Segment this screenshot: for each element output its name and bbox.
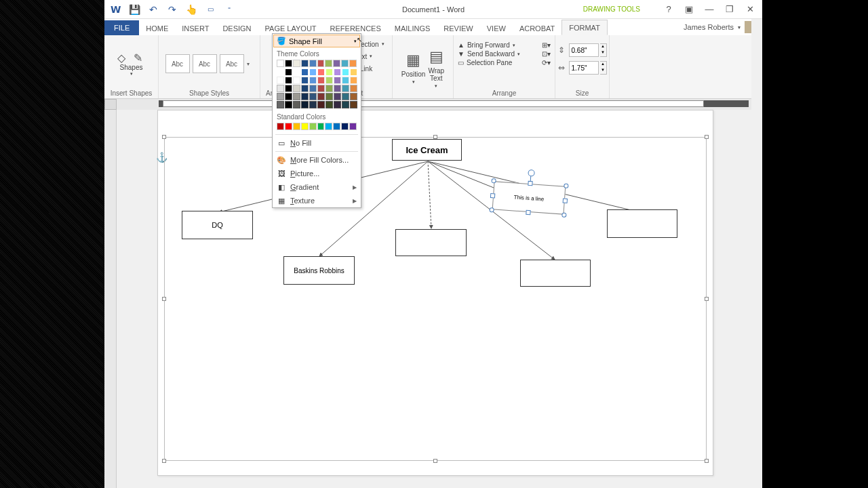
color-swatch[interactable]	[342, 85, 349, 92]
picture-item[interactable]: 🖼 Picture...	[273, 167, 361, 180]
group-button[interactable]: ⊡▾	[542, 50, 551, 58]
color-swatch[interactable]	[334, 77, 341, 84]
shape-empty-3[interactable]	[607, 209, 677, 238]
color-swatch[interactable]	[293, 123, 300, 130]
color-swatch[interactable]	[325, 123, 332, 130]
color-swatch[interactable]	[301, 60, 309, 67]
height-spinner[interactable]: ▲▼	[600, 43, 607, 57]
color-swatch[interactable]	[342, 77, 349, 84]
color-swatch[interactable]	[277, 85, 284, 92]
color-swatch[interactable]	[293, 68, 300, 76]
color-swatch[interactable]	[342, 68, 349, 76]
color-swatch[interactable]	[326, 101, 333, 108]
texture-item[interactable]: ▦ Texture ▶	[273, 194, 361, 207]
tab-design[interactable]: DESIGN	[216, 21, 258, 35]
user-account[interactable]: James Roberts ▾	[684, 21, 757, 33]
color-swatch[interactable]	[334, 93, 341, 100]
color-swatch[interactable]	[325, 60, 332, 67]
redo-icon[interactable]: ↷	[167, 4, 178, 15]
color-swatch[interactable]	[309, 123, 317, 130]
color-swatch[interactable]	[317, 77, 325, 84]
style-preset-3[interactable]: Abc	[220, 54, 244, 73]
drawing-canvas[interactable]: Ice Cream DQ Baskins Robbins This is a l…	[164, 137, 707, 461]
color-swatch[interactable]	[293, 101, 300, 108]
height-input[interactable]: 0.68"	[569, 43, 599, 57]
color-swatch[interactable]	[309, 101, 317, 108]
color-swatch[interactable]	[326, 77, 333, 84]
tab-format[interactable]: FORMAT	[561, 20, 608, 35]
color-swatch[interactable]	[350, 85, 357, 92]
color-swatch[interactable]	[342, 93, 349, 100]
tab-view[interactable]: VIEW	[480, 21, 513, 35]
tab-file[interactable]: FILE	[104, 20, 139, 35]
shapes-button[interactable]: ◇ ✎ Shapes ▾	[117, 52, 146, 77]
color-swatch[interactable]	[350, 101, 357, 108]
color-swatch[interactable]	[277, 123, 284, 130]
touch-icon[interactable]: 👆	[186, 4, 197, 15]
style-preset-2[interactable]: Abc	[193, 54, 217, 73]
align-button[interactable]: ⊞▾	[542, 41, 551, 49]
color-swatch[interactable]	[317, 85, 325, 92]
color-swatch[interactable]	[309, 60, 317, 67]
color-swatch[interactable]	[301, 123, 309, 130]
color-swatch[interactable]	[285, 123, 292, 130]
color-swatch[interactable]	[285, 60, 292, 67]
color-swatch[interactable]	[301, 101, 309, 108]
color-swatch[interactable]	[277, 60, 284, 67]
tab-mailings[interactable]: MAILINGS	[388, 21, 437, 35]
tab-acrobat[interactable]: ACROBAT	[513, 21, 561, 35]
color-swatch[interactable]	[309, 93, 317, 100]
color-swatch[interactable]	[309, 85, 317, 92]
color-swatch[interactable]	[277, 93, 284, 100]
color-swatch[interactable]	[301, 68, 309, 76]
color-swatch[interactable]	[334, 101, 341, 108]
color-swatch[interactable]	[277, 68, 284, 76]
shape-selected[interactable]: This is a line	[492, 181, 566, 214]
shape-empty-1[interactable]	[395, 229, 467, 256]
more-colors-item[interactable]: 🎨 More Fill Colors...	[273, 153, 361, 167]
send-backward-button[interactable]: ▼ Send Backward ▾	[458, 50, 520, 58]
close-icon[interactable]: ✕	[743, 3, 757, 16]
help-icon[interactable]: ?	[662, 3, 675, 16]
color-swatch[interactable]	[333, 60, 340, 67]
rotate-button[interactable]: ⟳▾	[542, 59, 551, 66]
color-swatch[interactable]	[285, 77, 292, 84]
qat-more-icon[interactable]: ⁼	[224, 4, 235, 15]
color-swatch[interactable]	[349, 123, 357, 130]
color-swatch[interactable]	[277, 101, 284, 108]
selection-pane-button[interactable]: ▭ Selection Pane	[458, 59, 512, 66]
position-button[interactable]: ▦ Position▾	[401, 52, 426, 85]
color-swatch[interactable]	[350, 68, 357, 76]
tab-review[interactable]: REVIEW	[437, 21, 479, 35]
color-swatch[interactable]	[301, 85, 309, 92]
color-swatch[interactable]	[317, 101, 325, 108]
color-swatch[interactable]	[285, 68, 292, 76]
shape-empty-2[interactable]	[520, 260, 591, 287]
color-swatch[interactable]	[301, 77, 309, 84]
color-swatch[interactable]	[350, 93, 357, 100]
width-input[interactable]: 1.75"	[569, 61, 599, 75]
shape-baskins-robbins[interactable]: Baskins Robbins	[283, 256, 355, 285]
color-swatch[interactable]	[293, 93, 300, 100]
wrap-text-button[interactable]: ▤ Wrap Text▾	[428, 48, 444, 89]
ribbon-options-icon[interactable]: ▣	[682, 3, 696, 16]
style-preset-1[interactable]: Abc	[165, 54, 190, 73]
tab-insert[interactable]: INSERT	[175, 21, 216, 35]
color-swatch[interactable]	[341, 60, 349, 67]
color-swatch[interactable]	[350, 77, 357, 84]
color-swatch[interactable]	[285, 85, 292, 92]
restore-icon[interactable]: ❐	[723, 3, 736, 16]
width-spinner[interactable]: ▲▼	[600, 61, 607, 75]
color-swatch[interactable]	[326, 85, 333, 92]
color-swatch[interactable]	[349, 60, 357, 67]
minimize-icon[interactable]: —	[703, 3, 716, 16]
shape-ice-cream[interactable]: Ice Cream	[392, 139, 462, 161]
shape-dq[interactable]: DQ	[182, 211, 253, 239]
color-swatch[interactable]	[317, 68, 325, 76]
color-swatch[interactable]	[334, 85, 341, 92]
undo-icon[interactable]: ↶	[148, 4, 159, 15]
color-swatch[interactable]	[301, 93, 309, 100]
tab-home[interactable]: HOME	[139, 21, 175, 35]
color-swatch[interactable]	[333, 123, 340, 130]
color-swatch[interactable]	[309, 68, 317, 76]
